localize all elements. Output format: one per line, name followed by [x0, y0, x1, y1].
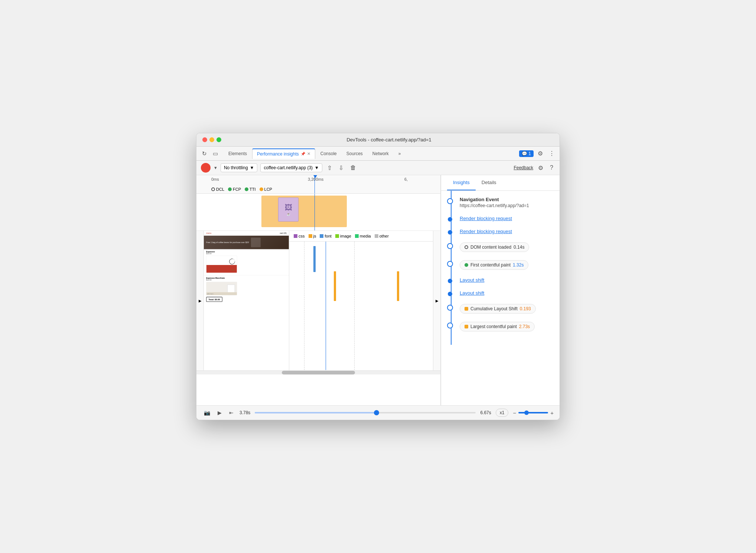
help-icon[interactable]: ? — [548, 163, 555, 172]
settings-gear-icon[interactable]: ⚙ — [536, 163, 545, 173]
tab-close-icon[interactable]: ✕ — [307, 151, 310, 156]
throttle-select[interactable]: No throttling ▼ — [221, 163, 258, 172]
pin-icon: 📌 — [301, 152, 305, 156]
render-blocking-link-2[interactable]: Render blocking request — [460, 229, 512, 234]
insight-layout-shift-2: Layout shift — [460, 290, 554, 296]
playback-scrubber[interactable] — [255, 412, 476, 413]
fcp-chip: First contentful paint 1.32s — [460, 260, 528, 270]
layout-shift-link-2[interactable]: Layout shift — [460, 290, 485, 296]
horizontal-scrollbar[interactable] — [196, 371, 440, 374]
legend-font: font — [320, 234, 331, 238]
legend-fcp: FCP — [228, 187, 241, 192]
progress-fill — [255, 412, 376, 413]
end-time-display: 6.67s — [480, 410, 491, 415]
tabs-right-buttons: 💬 1 ⚙ ⋮ — [519, 149, 557, 158]
render-blocking-link-1[interactable]: Render blocking request — [460, 216, 512, 221]
insight-fcp: First contentful paint 1.32s — [460, 259, 554, 270]
lcp-dot-icon — [260, 187, 263, 191]
feedback-link[interactable]: Feedback — [514, 165, 533, 170]
tab-elements[interactable]: Elements — [224, 149, 251, 158]
timeline-row-lcp: 🖼 ☕ — [196, 194, 440, 231]
insight-dom-content-loaded: DOM content loaded 0.14s — [460, 242, 554, 252]
lcp-dot-icon — [447, 323, 453, 328]
dcl-circle-icon — [211, 187, 215, 191]
chat-icon: 💬 — [522, 151, 527, 156]
dashed-line-1 — [304, 242, 304, 370]
website-preview: menu cart (0) Free 1 bag of coffee beans… — [204, 231, 289, 370]
cursor-line-row1 — [315, 194, 315, 230]
tab-network[interactable]: Network — [368, 149, 393, 158]
js-bar-2 — [397, 271, 399, 301]
render-blocking-dot-2-icon — [448, 230, 452, 235]
download-icon[interactable]: ⇩ — [337, 163, 345, 173]
tab-insights[interactable]: Insights — [447, 175, 476, 190]
scroll-thumb[interactable] — [282, 371, 355, 374]
tab-sources[interactable]: Sources — [342, 149, 367, 158]
close-button[interactable] — [202, 137, 207, 142]
time-label-0: 0ms — [211, 177, 219, 181]
dcl-chip-icon — [465, 245, 468, 249]
tab-console[interactable]: Console — [316, 149, 341, 158]
cls-square-icon — [465, 307, 468, 311]
insights-tabs: Insights Details — [441, 175, 560, 191]
dom-content-loaded-chip: DOM content loaded 0.14s — [460, 242, 529, 252]
maximize-button[interactable] — [216, 137, 221, 142]
legend-dcl: DCL — [211, 187, 224, 192]
upload-icon[interactable]: ⇧ — [325, 163, 334, 173]
settings-icon[interactable]: ⚙ — [536, 149, 545, 158]
cls-dot-icon — [447, 305, 453, 311]
delete-icon[interactable]: 🗑 — [348, 163, 358, 172]
devtools-window: DevTools - coffee-cart.netlify.app/?ad=1… — [196, 133, 560, 420]
preview-toggle-icon[interactable]: ▶ — [196, 231, 204, 370]
more-menu-icon[interactable]: ⋮ — [547, 149, 557, 158]
play-button[interactable]: ▶ — [216, 409, 223, 416]
skip-to-start-icon[interactable]: ⇤ — [228, 409, 235, 416]
media-color — [355, 234, 359, 238]
time-label-end: 6, — [404, 177, 408, 181]
resource-legend: css js font — [289, 231, 433, 242]
cursor-line-network — [326, 242, 326, 370]
minimize-button[interactable] — [209, 137, 214, 142]
zoom-in-button[interactable]: + — [550, 410, 554, 416]
tab-details[interactable]: Details — [476, 175, 502, 190]
lcp-bar — [261, 196, 347, 227]
lcp-image-icon: 🖼 — [285, 203, 292, 212]
cursor-marker — [313, 175, 317, 178]
insight-layout-shift-1: Layout shift — [460, 277, 554, 283]
timing-cursor-line — [315, 175, 315, 193]
tab-more[interactable]: » — [394, 149, 405, 158]
cls-chip: Cumulative Layout Shift 0.193 — [460, 304, 536, 314]
traffic-lights — [202, 137, 221, 142]
url-select[interactable]: coffee-cart.netlify.app (3) ▼ — [260, 163, 322, 172]
layout-shift-dot-1-icon — [448, 279, 452, 283]
lcp-thumbnail: 🖼 ☕ — [278, 197, 299, 222]
window-title: DevTools - coffee-cart.netlify.app/?ad=1 — [224, 137, 554, 143]
image-color — [335, 234, 339, 238]
dcl-dot-icon — [447, 243, 453, 249]
layout-shift-dot-2-icon — [448, 292, 452, 296]
tab-performance-insights[interactable]: Performance insights 📌 ✕ — [252, 148, 315, 159]
inspect-icon[interactable]: ▭ — [211, 149, 220, 158]
layout-shift-link-1[interactable]: Layout shift — [460, 277, 485, 283]
title-bar: DevTools - coffee-cart.netlify.app/?ad=1 — [196, 133, 560, 147]
zoom-thumb[interactable] — [524, 410, 529, 415]
insight-navigation-event: Navigation Event https://coffee-cart.net… — [460, 197, 554, 208]
navigation-dot-icon — [447, 198, 453, 204]
timing-header: 0ms 3,200ms 6, DCL FCP — [196, 175, 440, 194]
progress-thumb[interactable] — [374, 410, 379, 415]
zoom-slider[interactable] — [518, 412, 548, 413]
cursor-tool-icon[interactable]: ↻ — [199, 149, 209, 158]
other-color — [375, 234, 378, 238]
record-button[interactable] — [201, 163, 211, 173]
lcp-chip: Largest contentful paint 2.73s — [460, 322, 535, 331]
chat-badge-button[interactable]: 💬 1 — [519, 150, 534, 157]
screenshot-mode-icon[interactable]: 📷 — [202, 409, 212, 416]
record-dropdown-icon[interactable]: ▼ — [214, 166, 218, 170]
collapse-arrow-icon[interactable]: ▶ — [433, 231, 440, 370]
playback-speed-badge[interactable]: x1 — [496, 409, 509, 417]
timeline-connector-line — [451, 191, 452, 345]
zoom-out-button[interactable]: − — [513, 410, 516, 416]
js-bar-1 — [334, 271, 336, 301]
insights-content: Navigation Event https://coffee-cart.net… — [441, 191, 560, 405]
insight-render-blocking-2: Render blocking request — [460, 229, 554, 234]
